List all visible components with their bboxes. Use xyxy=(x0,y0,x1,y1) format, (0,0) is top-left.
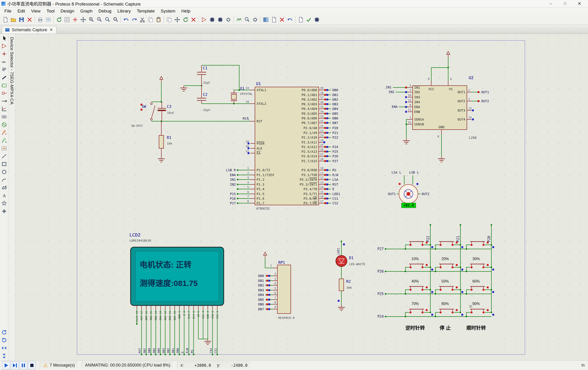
device-selector-strip[interactable]: Device Selector - 7SEG-MPX4-CA xyxy=(8,34,15,360)
packaging-tool-button[interactable] xyxy=(216,15,224,24)
2d-symbols-mode-button[interactable] xyxy=(1,200,8,207)
terminals-mode-button[interactable] xyxy=(1,90,8,97)
virtual-instruments-mode-button[interactable] xyxy=(1,145,8,152)
zoom-area-button[interactable] xyxy=(111,15,119,24)
device-pins-mode-button[interactable] xyxy=(1,98,8,105)
2d-text-mode-button[interactable]: A xyxy=(1,192,8,199)
design-explorer-button[interactable] xyxy=(262,15,270,24)
save-project-button[interactable] xyxy=(17,15,25,24)
netlist-to-ares-button[interactable] xyxy=(313,15,321,24)
2d-arc-mode-button[interactable] xyxy=(1,176,8,183)
pick-parts-button[interactable] xyxy=(200,15,208,24)
svg-text:E: E xyxy=(332,187,334,191)
menu-library[interactable]: Library xyxy=(115,8,134,14)
property-assignment-button[interactable] xyxy=(251,15,259,24)
block-delete-button[interactable] xyxy=(189,15,197,24)
message-count: 7 Message(s) xyxy=(50,363,75,368)
bill-of-materials-button[interactable] xyxy=(296,15,305,24)
wire-label-mode-button[interactable]: LBL xyxy=(1,58,8,65)
toolbar-separator xyxy=(53,16,54,23)
menu-view[interactable]: View xyxy=(28,8,43,14)
search-and-tag-button[interactable] xyxy=(243,15,251,24)
2d-box-mode-button[interactable] xyxy=(1,161,8,168)
maximize-button[interactable]: □ xyxy=(558,0,572,7)
svg-text:9: 9 xyxy=(428,77,430,81)
graph-mode-button[interactable] xyxy=(1,106,8,112)
2d-circle-mode-button[interactable] xyxy=(1,168,8,175)
redo-button[interactable] xyxy=(130,15,138,24)
electrical-rule-check-button[interactable] xyxy=(305,15,313,24)
block-rotate-button[interactable] xyxy=(181,15,189,24)
tab-close-icon[interactable]: ✕ xyxy=(50,27,53,33)
menu-graph[interactable]: Graph xyxy=(77,8,95,14)
close-project-button[interactable] xyxy=(25,15,33,24)
subcircuit-mode-button[interactable] xyxy=(1,82,8,89)
voltage-probe-mode-button[interactable]: V xyxy=(1,129,8,136)
message-panel[interactable]: ⚠ 7 Message(s) xyxy=(40,362,78,369)
new-project-button[interactable] xyxy=(1,15,9,24)
svg-text:17: 17 xyxy=(320,200,323,203)
menu-design[interactable]: Design xyxy=(58,8,77,14)
menu-file[interactable]: File xyxy=(1,8,15,14)
warning-icon: ⚠ xyxy=(43,362,48,368)
menu-debug[interactable]: Debug xyxy=(95,8,115,14)
false-origin-button[interactable] xyxy=(71,15,79,24)
step-button[interactable] xyxy=(11,361,19,369)
generator-mode-button[interactable] xyxy=(1,121,8,128)
tape-recorder-mode-button[interactable] xyxy=(1,113,8,120)
tab-schematic-capture[interactable]: Schematic Capture ✕ xyxy=(2,26,56,33)
text-script-mode-button[interactable] xyxy=(1,66,8,73)
current-probe-mode-button[interactable]: A xyxy=(1,137,8,144)
rotate-anticlockwise-button[interactable] xyxy=(1,337,8,344)
junction-dot-mode-button[interactable] xyxy=(1,50,8,57)
rotate-clockwise-button[interactable] xyxy=(1,329,8,336)
wire-autorouter-button[interactable] xyxy=(235,15,243,24)
svg-text:50%: 50% xyxy=(441,279,449,283)
open-project-button[interactable] xyxy=(9,15,17,24)
menu-help[interactable]: Help xyxy=(178,8,193,14)
zoom-all-button[interactable] xyxy=(103,15,111,24)
exit-to-parent-button[interactable] xyxy=(286,15,294,24)
cut-button[interactable] xyxy=(138,15,146,24)
toggle-grid-button[interactable] xyxy=(63,15,71,24)
menu-template[interactable]: Template xyxy=(134,8,158,14)
refresh-display-button[interactable] xyxy=(55,15,63,24)
svg-text:12: 12 xyxy=(320,176,323,179)
x-mirror-button[interactable] xyxy=(1,345,8,351)
component-mode-button[interactable] xyxy=(1,43,8,50)
schematic-canvas[interactable]: U1AT89C5219XTAL118XTAL29RSTRST29PSEN30AL… xyxy=(15,34,588,360)
mark-output-area-button[interactable] xyxy=(44,15,52,24)
undo-button[interactable] xyxy=(122,15,130,24)
svg-text:4: 4 xyxy=(247,181,249,184)
pause-button[interactable] xyxy=(20,361,27,369)
2d-path-mode-button[interactable] xyxy=(1,184,8,191)
buses-mode-button[interactable] xyxy=(1,74,8,81)
svg-text:13: 13 xyxy=(320,181,323,184)
block-move-button[interactable] xyxy=(173,15,181,24)
menu-tool[interactable]: Tool xyxy=(43,8,58,14)
svg-text:CS2: CS2 xyxy=(332,201,338,205)
make-device-button[interactable] xyxy=(208,15,216,24)
center-at-cursor-button[interactable] xyxy=(79,15,87,24)
print-button[interactable] xyxy=(36,15,44,24)
remove-sheet-button[interactable] xyxy=(278,15,286,24)
decompose-button[interactable] xyxy=(224,15,232,24)
minimize-button[interactable]: – xyxy=(544,0,558,7)
new-root-sheet-button[interactable] xyxy=(270,15,278,24)
svg-text:35: 35 xyxy=(320,105,323,109)
zoom-out-button[interactable] xyxy=(95,15,103,24)
selection-mode-button[interactable] xyxy=(1,35,8,42)
paste-button[interactable] xyxy=(154,15,162,24)
2d-line-mode-button[interactable] xyxy=(1,153,8,160)
close-button[interactable]: ✕ xyxy=(572,0,587,7)
svg-text:R2: R2 xyxy=(346,279,351,284)
menu-edit[interactable]: Edit xyxy=(15,8,28,14)
zoom-in-button[interactable] xyxy=(87,15,95,24)
menu-system[interactable]: System xyxy=(158,8,178,14)
y-mirror-button[interactable] xyxy=(1,352,8,359)
play-button[interactable] xyxy=(2,361,10,369)
copy-button[interactable] xyxy=(146,15,154,24)
stop-button[interactable] xyxy=(28,361,36,369)
block-copy-button[interactable] xyxy=(165,15,173,24)
2d-markers-mode-button[interactable] xyxy=(1,208,8,215)
